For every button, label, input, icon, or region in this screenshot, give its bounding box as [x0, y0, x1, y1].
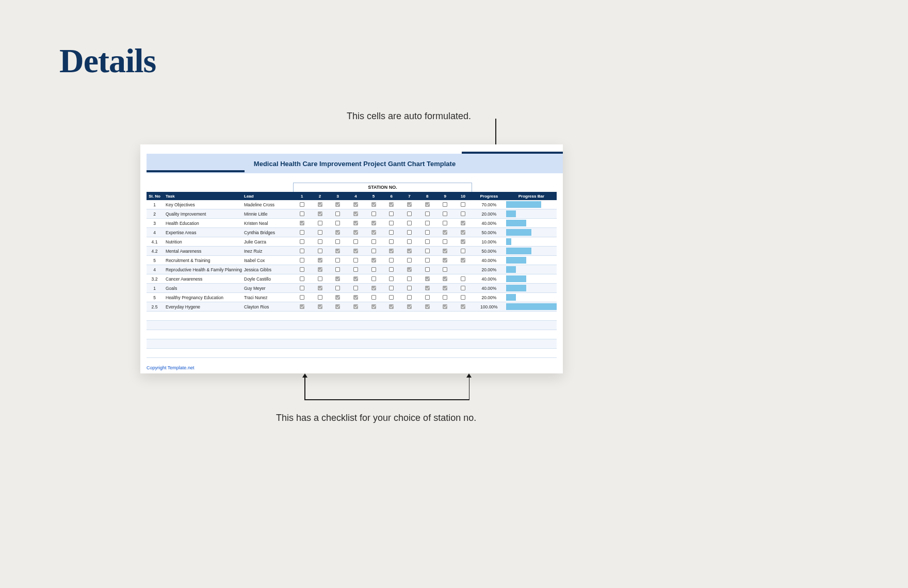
cell-station[interactable]: [293, 211, 311, 216]
checkbox-unchecked-icon[interactable]: [425, 267, 430, 272]
cell-station[interactable]: [454, 249, 472, 253]
checkbox-checked-icon[interactable]: [353, 221, 358, 225]
checkbox-checked-icon[interactable]: [300, 304, 304, 309]
cell-station[interactable]: [365, 295, 383, 300]
cell-station[interactable]: [454, 304, 472, 309]
cell-station[interactable]: [329, 276, 347, 281]
checkbox-unchecked-icon[interactable]: [461, 211, 465, 216]
cell-station[interactable]: [293, 230, 311, 235]
checkbox-unchecked-icon[interactable]: [461, 202, 465, 207]
cell-station[interactable]: [329, 258, 347, 263]
cell-station[interactable]: [454, 286, 472, 290]
checkbox-checked-icon[interactable]: [425, 276, 430, 281]
cell-station[interactable]: [454, 295, 472, 300]
checkbox-unchecked-icon[interactable]: [425, 221, 430, 225]
cell-station[interactable]: [365, 258, 383, 263]
checkbox-unchecked-icon[interactable]: [407, 239, 412, 244]
cell-station[interactable]: [418, 267, 436, 272]
cell-station[interactable]: [365, 286, 383, 290]
checkbox-checked-icon[interactable]: [461, 258, 465, 263]
checkbox-unchecked-icon[interactable]: [300, 258, 304, 263]
checkbox-unchecked-icon[interactable]: [335, 258, 340, 263]
checkbox-unchecked-icon[interactable]: [300, 211, 304, 216]
cell-station[interactable]: [329, 267, 347, 272]
checkbox-unchecked-icon[interactable]: [353, 286, 358, 290]
checkbox-unchecked-icon[interactable]: [389, 211, 394, 216]
checkbox-checked-icon[interactable]: [353, 249, 358, 253]
checkbox-checked-icon[interactable]: [335, 202, 340, 207]
checkbox-unchecked-icon[interactable]: [335, 221, 340, 225]
checkbox-unchecked-icon[interactable]: [389, 286, 394, 290]
cell-station[interactable]: [418, 239, 436, 244]
cell-station[interactable]: [293, 276, 311, 281]
cell-station[interactable]: [311, 267, 329, 272]
checkbox-checked-icon[interactable]: [443, 276, 447, 281]
cell-station[interactable]: [418, 230, 436, 235]
checkbox-checked-icon[interactable]: [371, 304, 376, 309]
checkbox-unchecked-icon[interactable]: [335, 211, 340, 216]
cell-station[interactable]: [365, 202, 383, 207]
checkbox-unchecked-icon[interactable]: [389, 239, 394, 244]
checkbox-unchecked-icon[interactable]: [318, 221, 322, 225]
cell-station[interactable]: [436, 286, 455, 290]
cell-station[interactable]: [382, 304, 400, 309]
checkbox-checked-icon[interactable]: [443, 258, 447, 263]
cell-station[interactable]: [382, 202, 400, 207]
checkbox-checked-icon[interactable]: [407, 202, 412, 207]
footer-copyright[interactable]: Copyright Template.net: [147, 365, 194, 370]
checkbox-unchecked-icon[interactable]: [443, 239, 447, 244]
checkbox-checked-icon[interactable]: [335, 249, 340, 253]
checkbox-unchecked-icon[interactable]: [389, 276, 394, 281]
cell-station[interactable]: [454, 211, 472, 216]
cell-station[interactable]: [436, 239, 455, 244]
cell-station[interactable]: [347, 258, 365, 263]
cell-station[interactable]: [436, 211, 455, 216]
cell-station[interactable]: [418, 304, 436, 309]
cell-station[interactable]: [293, 202, 311, 207]
cell-station[interactable]: [400, 258, 418, 263]
cell-station[interactable]: [382, 221, 400, 225]
cell-station[interactable]: [436, 276, 455, 281]
checkbox-unchecked-icon[interactable]: [318, 239, 322, 244]
checkbox-unchecked-icon[interactable]: [318, 249, 322, 253]
checkbox-checked-icon[interactable]: [353, 202, 358, 207]
checkbox-checked-icon[interactable]: [461, 221, 465, 225]
checkbox-checked-icon[interactable]: [371, 286, 376, 290]
checkbox-unchecked-icon[interactable]: [407, 258, 412, 263]
cell-station[interactable]: [382, 258, 400, 263]
cell-station[interactable]: [293, 239, 311, 244]
checkbox-checked-icon[interactable]: [443, 249, 447, 253]
checkbox-unchecked-icon[interactable]: [407, 221, 412, 225]
checkbox-checked-icon[interactable]: [353, 304, 358, 309]
checkbox-checked-icon[interactable]: [353, 230, 358, 235]
cell-station[interactable]: [400, 304, 418, 309]
cell-station[interactable]: [365, 276, 383, 281]
checkbox-unchecked-icon[interactable]: [318, 276, 322, 281]
checkbox-unchecked-icon[interactable]: [443, 202, 447, 207]
checkbox-unchecked-icon[interactable]: [389, 221, 394, 225]
checkbox-checked-icon[interactable]: [407, 267, 412, 272]
cell-station[interactable]: [365, 230, 383, 235]
checkbox-checked-icon[interactable]: [318, 267, 322, 272]
cell-station[interactable]: [311, 239, 329, 244]
checkbox-checked-icon[interactable]: [353, 295, 358, 300]
cell-station[interactable]: [365, 211, 383, 216]
cell-station[interactable]: [454, 221, 472, 225]
checkbox-unchecked-icon[interactable]: [461, 286, 465, 290]
cell-station[interactable]: [293, 286, 311, 290]
checkbox-unchecked-icon[interactable]: [353, 239, 358, 244]
checkbox-unchecked-icon[interactable]: [407, 276, 412, 281]
cell-station[interactable]: [418, 211, 436, 216]
cell-station[interactable]: [311, 295, 329, 300]
cell-station[interactable]: [382, 295, 400, 300]
cell-station[interactable]: [400, 239, 418, 244]
checkbox-checked-icon[interactable]: [425, 202, 430, 207]
cell-station[interactable]: [347, 239, 365, 244]
checkbox-checked-icon[interactable]: [389, 304, 394, 309]
cell-station[interactable]: [436, 295, 455, 300]
checkbox-unchecked-icon[interactable]: [443, 211, 447, 216]
cell-station[interactable]: [347, 221, 365, 225]
checkbox-unchecked-icon[interactable]: [353, 267, 358, 272]
cell-station[interactable]: [418, 202, 436, 207]
checkbox-unchecked-icon[interactable]: [300, 230, 304, 235]
